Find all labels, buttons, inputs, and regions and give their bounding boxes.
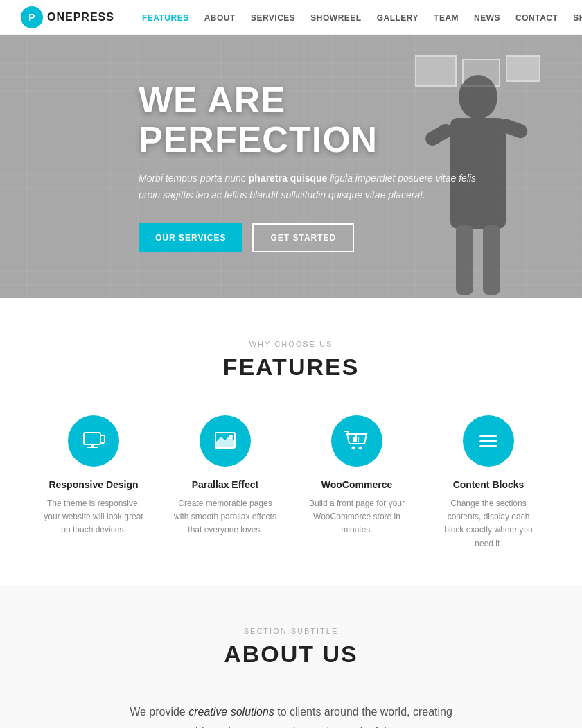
nav-item-team[interactable]: TEAM <box>434 11 459 24</box>
parallax-icon-circle <box>200 415 251 467</box>
hero-content: WE ARE PERFECTION Morbi tempus porta nun… <box>0 80 485 252</box>
nav-link-contact[interactable]: CONTACT <box>515 13 558 23</box>
nav-link-features[interactable]: FEATURES <box>142 13 189 23</box>
our-services-button[interactable]: OUR SERVICES <box>139 223 242 252</box>
svg-rect-9 <box>100 435 105 442</box>
feature-woocommerce: WooCommerce Build a front page for your … <box>305 415 409 551</box>
nav-link-about[interactable]: ABOUT <box>204 13 236 23</box>
responsive-name: Responsive Design <box>42 479 146 490</box>
feature-responsive: Responsive Design The theme is responsiv… <box>42 415 146 551</box>
parallax-name: Parallax Effect <box>173 479 277 490</box>
feature-content-blocks: Content Blocks Change the sections conte… <box>436 415 540 551</box>
nav-link-news[interactable]: NEWS <box>474 13 500 23</box>
responsive-icon-circle <box>68 415 119 467</box>
nav-item-gallery[interactable]: GALLERY <box>377 11 418 24</box>
hero-title: WE ARE PERFECTION <box>139 80 485 159</box>
responsive-desc: The theme is responsive, your website wi… <box>42 497 146 537</box>
features-section: WHY CHOOSE US FEATURES Responsive Design… <box>0 298 582 585</box>
logo-icon: P <box>21 6 43 28</box>
nav-item-about[interactable]: ABOUT <box>204 11 236 24</box>
nav-link-shop[interactable]: SHOP <box>573 13 582 23</box>
features-grid: Responsive Design The theme is responsiv… <box>42 415 540 551</box>
nav-link-showreel[interactable]: SHOWREEL <box>310 13 361 23</box>
content-blocks-icon-circle <box>463 415 514 467</box>
logo[interactable]: P ONEPRESS <box>21 6 114 28</box>
content-blocks-name: Content Blocks <box>436 479 540 490</box>
nav-item-shop[interactable]: SHOP <box>573 11 582 24</box>
nav-links: FEATURES ABOUT SERVICES SHOWREEL GALLERY… <box>142 11 582 24</box>
nav-item-news[interactable]: NEWS <box>474 11 500 24</box>
content-blocks-desc: Change the sections contents, display ea… <box>436 497 540 551</box>
nav-link-services[interactable]: SERVICES <box>251 13 295 23</box>
hero-buttons: OUR SERVICES GET STARTED <box>139 223 485 252</box>
svg-rect-17 <box>479 440 497 442</box>
svg-rect-16 <box>479 435 497 437</box>
svg-point-13 <box>229 435 233 439</box>
features-subtitle: WHY CHOOSE US <box>42 340 540 348</box>
brand-name: ONEPRESS <box>47 11 114 24</box>
nav-link-gallery[interactable]: GALLERY <box>377 13 418 23</box>
about-title: ABOUT US <box>42 641 540 668</box>
svg-rect-6 <box>84 433 100 444</box>
svg-rect-8 <box>91 445 94 448</box>
about-section: SECTION SUBTITLE ABOUT US We provide cre… <box>0 585 582 728</box>
about-description: We provide creative solutions to clients… <box>118 702 464 728</box>
hero-section: WE ARE PERFECTION Morbi tempus porta nun… <box>0 35 582 298</box>
svg-point-15 <box>359 447 362 450</box>
svg-point-14 <box>352 447 355 450</box>
nav-link-team[interactable]: TEAM <box>434 13 459 23</box>
woocommerce-name: WooCommerce <box>305 479 409 490</box>
get-started-button[interactable]: GET STARTED <box>252 223 354 252</box>
svg-rect-5 <box>483 225 500 295</box>
navbar: P ONEPRESS FEATURES ABOUT SERVICES SHOWR… <box>0 0 582 35</box>
features-title: FEATURES <box>42 354 540 381</box>
nav-item-showreel[interactable]: SHOWREEL <box>310 11 361 24</box>
nav-item-contact[interactable]: CONTACT <box>515 11 558 24</box>
woocommerce-desc: Build a front page for your WooCommerce … <box>305 497 409 537</box>
parallax-desc: Create memorable pages with smooth paral… <box>173 497 277 537</box>
nav-item-services[interactable]: SERVICES <box>251 11 295 24</box>
feature-parallax: Parallax Effect Create memorable pages w… <box>173 415 277 551</box>
woocommerce-icon-circle <box>331 415 382 467</box>
hero-subtitle: Morbi tempus porta nunc pharetra quisque… <box>139 171 485 204</box>
nav-item-features[interactable]: FEATURES <box>142 11 189 24</box>
svg-rect-10 <box>101 443 104 444</box>
about-subtitle: SECTION SUBTITLE <box>42 627 540 635</box>
svg-rect-18 <box>479 445 497 447</box>
